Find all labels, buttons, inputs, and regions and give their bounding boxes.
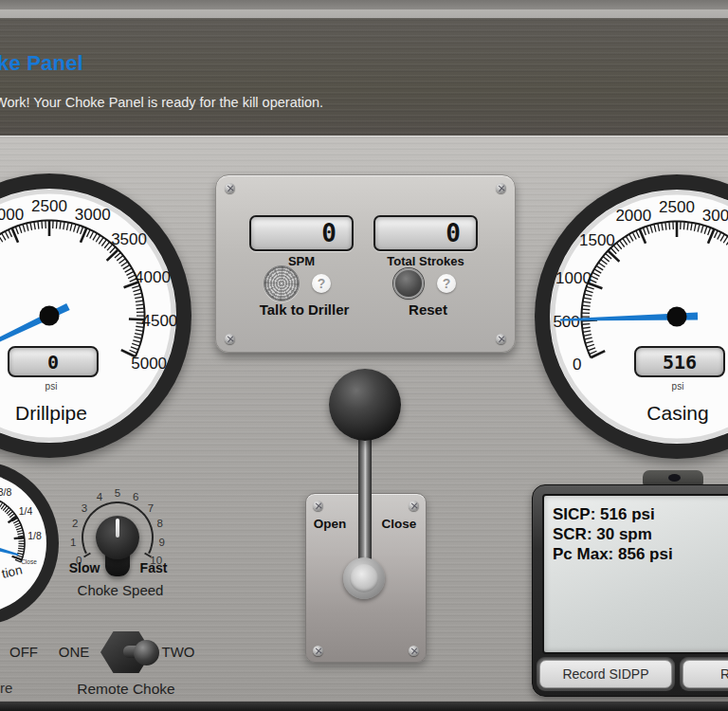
bracket-hole [668,474,681,482]
question-mark-icon: ? [318,276,326,291]
header: ke Panel Work! Your Choke Panel is ready… [0,18,728,136]
choke-lever[interactable] [329,369,401,580]
pcmax-readout: Pc Max: 856 psi [553,544,728,564]
casing-pressure-display: 516 [634,346,725,377]
screw-icon [409,501,419,511]
remote-choke-option-one: ONE [50,644,98,660]
drillpipe-pressure-display: 0 [8,346,99,377]
question-mark-icon: ? [443,276,451,291]
cut-off-text-fragment: re [0,680,12,696]
reset-help-button[interactable]: ? [437,274,456,293]
spm-display: 0 [249,215,354,251]
record-sidpp-button-well: Record SIDPP [537,657,675,691]
status-message: Work! Your Choke Panel is ready for the … [0,95,323,110]
drillpipe-unit-label: psi [13,381,89,392]
page-title: ke Panel [0,51,83,76]
remote-choke-switch[interactable] [100,631,159,673]
bottom-bar [0,702,728,711]
choke-speed-slow-label: Slow [61,560,108,575]
sicp-readout: SICP: 516 psi [553,504,728,524]
stroke-counter-panel: 0 0 SPM Total Strokes ? ? Talk to Drille… [215,174,516,353]
data-screen: SICP: 516 psi SCR: 30 spm Pc Max: 856 ps… [542,494,728,654]
screw-icon [409,646,419,656]
partial-button[interactable]: R [682,660,728,688]
screw-icon [225,334,235,344]
record-sidpp-button-label: Record SIDPP [562,666,648,682]
remote-choke-option-off: OFF [0,644,47,660]
screw-icon [313,501,323,511]
total-strokes-value: 0 [446,219,461,247]
drillpipe-gauge-name: Drillpipe [0,402,146,425]
top-status-strip [0,0,728,9]
reset-label: Reset [373,301,482,318]
reset-button[interactable] [393,268,424,299]
choke-speed-label: Choke Speed [49,582,191,598]
drillpipe-pressure-value: 0 [9,351,97,374]
total-strokes-display: 0 [373,215,478,251]
record-sidpp-button[interactable]: Record SIDPP [539,660,672,688]
casing-unit-label: psi [640,381,716,392]
screw-icon [313,646,323,656]
talk-to-driller-label: Talk to Driller [243,301,366,318]
choke-panel-screen: ke Panel Work! Your Choke Panel is ready… [0,0,728,711]
screw-icon [496,334,506,344]
lever-ball-knob [329,369,401,441]
casing-pressure-value: 516 [636,351,723,374]
total-strokes-label: Total Strokes [373,254,478,268]
spm-value: 0 [321,219,337,247]
choke-speed-fast-label: Fast [130,560,177,575]
talk-to-driller-button[interactable] [264,265,300,301]
spm-help-button[interactable]: ? [312,274,331,293]
window-chrome-strip [0,9,728,18]
knob-indicator-line [116,519,119,538]
screw-icon [496,183,506,193]
partial-button-well: R [680,657,728,691]
switch-ball [134,640,159,665]
mount-bracket [643,470,703,485]
casing-gauge-name: Casing [583,402,728,425]
remote-choke-option-two: TWO [155,644,202,660]
screw-icon [225,183,235,193]
remote-choke-label: Remote Choke [41,681,211,698]
spm-label: SPM [249,254,354,268]
lever-pivot-cap [350,564,378,592]
scr-readout: SCR: 30 spm [553,524,728,544]
partial-button-label: R [720,666,728,682]
